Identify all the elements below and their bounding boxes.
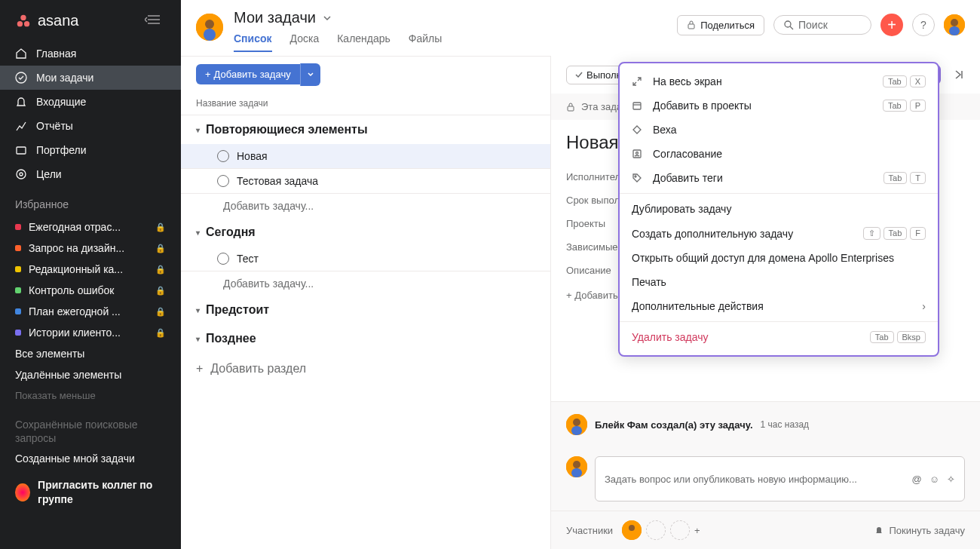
key-hint: Tab [884, 227, 908, 240]
tab-board[interactable]: Доска [290, 32, 320, 52]
section-header[interactable]: ▾Повторяющиеся элементы [196, 123, 535, 136]
section-header[interactable]: ▾Предстоит [196, 303, 535, 317]
dropdown-item[interactable]: Открыть общий доступ для домена Apollo E… [620, 246, 938, 270]
tab-calendar[interactable]: Календарь [337, 32, 390, 52]
svg-point-6 [16, 72, 26, 83]
favorite-item[interactable]: Контроль ошибок🔒 [0, 280, 181, 301]
project-color-dot [15, 245, 21, 251]
lock-icon [687, 20, 696, 29]
svg-rect-31 [633, 103, 641, 109]
participant-avatar[interactable] [622, 520, 642, 540]
task-complete-checkbox[interactable] [217, 175, 229, 187]
bell-icon [874, 525, 884, 535]
favorite-label: План ежегодной ... [29, 305, 148, 317]
saved-search-link[interactable]: Созданные мной задачи [0, 448, 181, 469]
task-row[interactable]: Новая [181, 144, 550, 169]
global-add-button[interactable]: + [880, 14, 903, 36]
profile-avatar[interactable] [944, 14, 965, 35]
task-name: Тест [237, 253, 259, 265]
project-color-dot [15, 330, 21, 336]
column-header-name: Название задачи [181, 92, 550, 115]
add-task-inline[interactable]: Добавить задачу... [181, 271, 550, 296]
task-row[interactable]: Тест [181, 247, 550, 271]
feed-timestamp: 1 час назад [761, 419, 810, 430]
add-participant-icon[interactable]: + [694, 525, 700, 536]
favorites-heading: Избранное [0, 186, 181, 216]
add-task-inline[interactable]: Добавить задачу... [181, 194, 550, 218]
add-participant-placeholder[interactable] [646, 520, 666, 540]
dropdown-item[interactable]: Веха [620, 118, 938, 142]
svg-point-30 [629, 525, 635, 531]
section-header[interactable]: ▾Позднее [196, 332, 535, 345]
section-title: Предстоит [206, 303, 269, 317]
add-participant-placeholder[interactable] [670, 520, 690, 540]
nav-my-tasks[interactable]: Мои задачи [0, 66, 181, 90]
header: Мои задачи Список Доска Календарь Файлы … [181, 0, 980, 54]
favorite-item[interactable]: Запрос на дизайн...🔒 [0, 238, 181, 259]
search-input[interactable]: Поиск [773, 15, 871, 35]
dropdown-item[interactable]: На весь экранTabX [620, 69, 938, 94]
add-task-button[interactable]: +Добавить задачу [196, 64, 300, 84]
add-section-button[interactable]: +Добавить раздел [181, 353, 550, 385]
folder-icon [15, 144, 27, 156]
task-complete-checkbox[interactable] [217, 150, 229, 162]
project-color-dot [15, 266, 21, 272]
bell-icon [15, 96, 27, 108]
nav-home[interactable]: Главная [0, 41, 181, 66]
svg-point-35 [635, 176, 636, 177]
dropdown-label: Добавить в проекты [653, 100, 874, 112]
close-detail-icon[interactable] [951, 68, 965, 81]
favorite-item[interactable]: План ежегодной ...🔒 [0, 301, 181, 322]
invite-team-button[interactable]: Пригласить коллег по группе [0, 469, 181, 514]
key-hint: Tab [883, 75, 907, 87]
task-row[interactable]: Тестовая задача [181, 169, 550, 194]
deleted-items-link[interactable]: Удалённые элементы [0, 364, 181, 385]
page-title[interactable]: Мои задачи [234, 9, 677, 26]
tab-files[interactable]: Файлы [409, 32, 442, 52]
dropdown-item[interactable]: Дополнительные действия› [620, 294, 938, 318]
dropdown-label: На весь экран [653, 75, 874, 87]
chevron-right-icon: › [922, 300, 926, 312]
dropdown-item[interactable]: Печать [620, 270, 938, 294]
comment-input[interactable]: Задать вопрос или опубликовать новую инф… [595, 456, 965, 501]
nav-reports[interactable]: Отчёты [0, 114, 181, 138]
share-button[interactable]: Поделиться [677, 15, 764, 35]
favorite-item[interactable]: Редакционный ка...🔒 [0, 259, 181, 280]
favorite-item[interactable]: Истории клиенто...🔒 [0, 322, 181, 343]
dropdown-item[interactable]: Добавить в проектыTabP [620, 94, 938, 118]
task-complete-checkbox[interactable] [217, 253, 229, 265]
dropdown-item[interactable]: Создать дополнительную задачу⇧TabF [620, 221, 938, 246]
key-hint: Tab [884, 172, 908, 184]
nav-inbox[interactable]: Входящие [0, 90, 181, 114]
emoji-icon[interactable]: ☺ [929, 474, 939, 485]
caret-icon: ▾ [196, 306, 200, 314]
favorite-item[interactable]: Ежегодная отрас...🔒 [0, 216, 181, 238]
project-color-dot [15, 308, 21, 314]
section-header[interactable]: ▾Сегодня [196, 225, 535, 239]
show-less-link[interactable]: Показать меньше [0, 385, 181, 406]
star-icon[interactable]: ✧ [947, 474, 955, 485]
all-items-link[interactable]: Все элементы [0, 343, 181, 364]
svg-point-9 [20, 173, 23, 176]
approval-icon [632, 149, 644, 159]
dropdown-delete-task[interactable]: Удалить задачу TabBksp [620, 325, 938, 349]
nav-goals[interactable]: Цели [0, 162, 181, 186]
help-button[interactable]: ? [912, 14, 935, 36]
add-task-dropdown[interactable] [300, 63, 320, 86]
dropdown-item[interactable]: Добавить тегиTabT [620, 166, 938, 190]
nav-portfolios[interactable]: Портфели [0, 138, 181, 162]
dropdown-item[interactable]: Согласование [620, 142, 938, 166]
user-avatar[interactable] [196, 14, 223, 41]
section-title: Повторяющиеся элементы [206, 123, 368, 136]
add-task-label: Добавить задачу [214, 69, 291, 80]
task-name: Тестовая задача [237, 175, 318, 187]
tab-list[interactable]: Список [234, 32, 272, 52]
dropdown-label: Добавить теги [653, 172, 874, 184]
nav-label: Портфели [36, 144, 87, 156]
dropdown-item[interactable]: Дублировать задачу [620, 197, 938, 221]
at-mention-icon[interactable]: @ [912, 474, 922, 485]
sidebar-collapse-icon[interactable] [145, 14, 166, 28]
leave-task-button[interactable]: Покинуть задачу [874, 525, 965, 536]
activity-feed-item: Блейк Фам создал(а) эту задачу. 1 час на… [551, 401, 980, 447]
search-icon [783, 20, 794, 30]
